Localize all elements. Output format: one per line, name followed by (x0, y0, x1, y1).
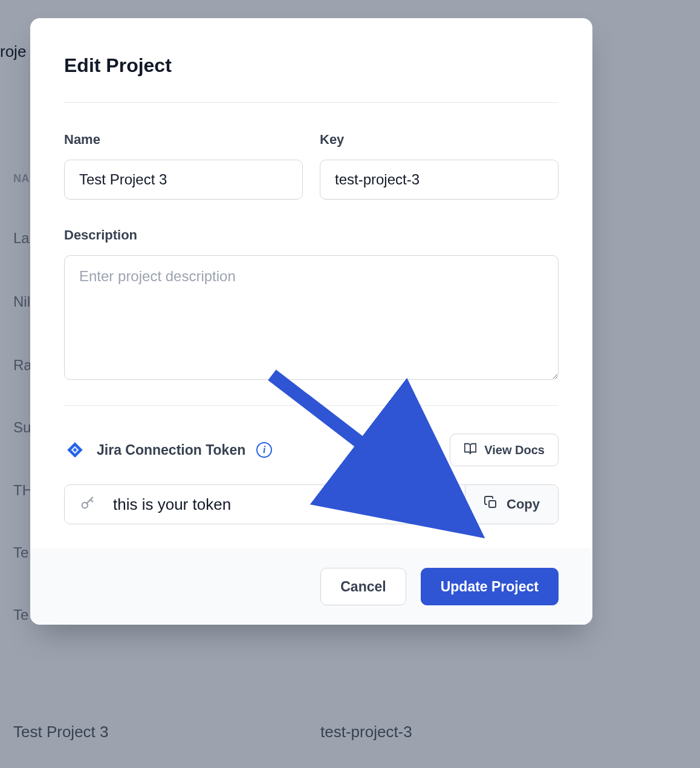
bg-bottom-row: Test Project 3 test-project-3 (0, 695, 700, 768)
key-icon (79, 495, 96, 514)
bg-bottom-key: test-project-3 (320, 723, 412, 741)
bg-row-fragment: Te (13, 607, 28, 623)
divider (64, 405, 559, 406)
jira-token-header: Jira Connection Token i View Docs (64, 434, 559, 466)
description-label: Description (64, 227, 559, 243)
token-input[interactable] (113, 495, 450, 514)
bg-column-header: NA (13, 172, 30, 185)
copy-button[interactable]: Copy (465, 485, 558, 524)
token-input-row: Copy (64, 484, 559, 524)
bg-row-fragment: La (13, 230, 30, 247)
bg-bottom-name: Test Project 3 (13, 723, 109, 741)
key-field-group: Key (320, 132, 559, 200)
description-field-group: Description (64, 227, 559, 380)
name-field-group: Name (64, 132, 303, 200)
info-icon[interactable]: i (256, 442, 272, 458)
edit-project-modal: Edit Project Name Key Description (30, 18, 592, 625)
update-project-button[interactable]: Update Project (421, 568, 559, 605)
divider (64, 102, 559, 103)
jira-token-label: Jira Connection Token (97, 442, 245, 458)
key-label: Key (320, 132, 559, 148)
modal-title: Edit Project (64, 54, 559, 77)
modal-footer: Cancel Update Project (30, 548, 592, 625)
key-input[interactable] (320, 160, 559, 200)
name-label: Name (64, 132, 303, 148)
bg-row-fragment: Ra (13, 357, 32, 374)
copy-label: Copy (507, 496, 540, 512)
copy-icon (484, 495, 498, 513)
book-icon (464, 442, 477, 458)
bg-row-fragment: Te (13, 544, 28, 561)
name-input[interactable] (64, 160, 303, 200)
svg-rect-1 (489, 501, 496, 507)
description-textarea[interactable] (64, 255, 559, 380)
jira-icon (64, 439, 86, 461)
cancel-button[interactable]: Cancel (320, 568, 406, 605)
view-docs-button[interactable]: View Docs (450, 434, 559, 466)
bg-row-fragment: Nil (13, 293, 30, 310)
bg-row-fragment: Su (13, 419, 31, 436)
view-docs-label: View Docs (484, 443, 545, 457)
